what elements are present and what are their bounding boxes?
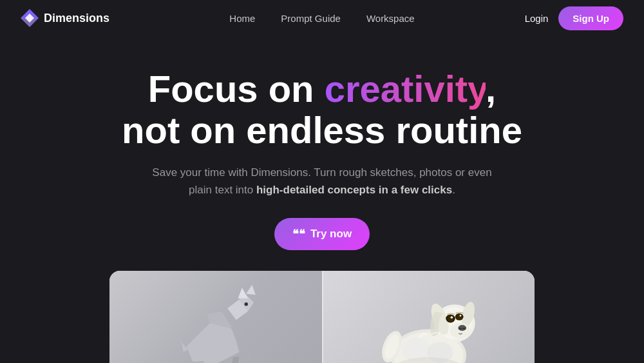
- svg-marker-3: [187, 323, 240, 363]
- hero-title-line2: not on endless routine: [122, 109, 522, 151]
- login-button[interactable]: Login: [525, 13, 549, 24]
- logo-text: Dimensions: [44, 12, 109, 25]
- svg-point-32: [451, 316, 453, 319]
- svg-point-16: [245, 302, 248, 306]
- logo[interactable]: Dimensions: [21, 9, 109, 27]
- svg-marker-9: [246, 285, 256, 295]
- logo-icon: [21, 9, 39, 27]
- svg-marker-15: [178, 338, 187, 353]
- svg-marker-14: [232, 357, 240, 363]
- nav-link-workspace[interactable]: Workspace: [366, 13, 415, 24]
- svg-marker-8: [238, 288, 248, 298]
- svg-point-31: [448, 316, 453, 322]
- nav-links: Home Prompt Guide Workspace: [229, 13, 414, 24]
- signup-button[interactable]: Sign Up: [558, 6, 623, 30]
- hero-title-part1: Focus on: [148, 68, 325, 110]
- nav-link-prompt-guide[interactable]: Prompt Guide: [281, 13, 341, 24]
- low-poly-dog-image: [151, 274, 280, 363]
- hero-title: Focus on creativity, not on endless rout…: [122, 68, 522, 151]
- preview-divider: [322, 271, 323, 363]
- try-now-button[interactable]: ❝❝ Try now: [274, 218, 370, 250]
- preview-left: [109, 271, 322, 363]
- hero-title-creativity: creativity: [325, 68, 486, 110]
- preview-right: [322, 271, 535, 363]
- hero-subtitle-highlight: high-detailed concepts in a few clicks: [256, 184, 452, 196]
- svg-point-35: [460, 315, 462, 317]
- hero-subtitle: Save your time with Dimensions. Turn rou…: [142, 164, 502, 199]
- svg-point-28: [459, 328, 462, 329]
- preview-container: [109, 271, 535, 363]
- realistic-dog-image: [364, 277, 493, 363]
- navbar: Dimensions Home Prompt Guide Workspace L…: [0, 0, 644, 36]
- nav-actions: Login Sign Up: [525, 6, 623, 30]
- try-now-icon: ❝❝: [292, 227, 305, 241]
- nav-link-home[interactable]: Home: [229, 13, 255, 24]
- svg-point-29: [462, 328, 466, 329]
- svg-point-34: [457, 314, 462, 319]
- try-now-label: Try now: [310, 228, 352, 240]
- hero-section: Focus on creativity, not on endless rout…: [0, 36, 644, 363]
- hero-title-comma: ,: [486, 68, 496, 110]
- hero-subtitle-end: .: [452, 184, 455, 196]
- svg-point-27: [458, 325, 466, 331]
